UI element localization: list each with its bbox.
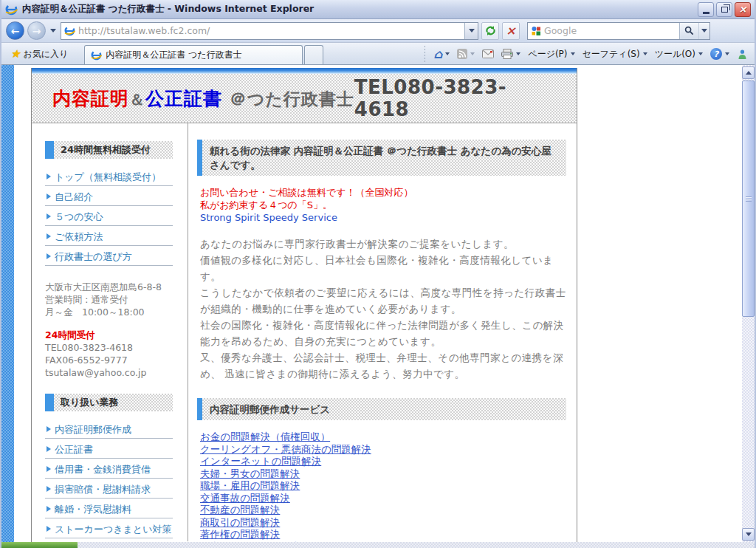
service-link-commerce[interactable]: 商取引の問題解決: [200, 516, 280, 529]
sidebar-link-how-to-request[interactable]: ご依頼方法: [45, 226, 173, 246]
scroll-up-button[interactable]: [742, 66, 755, 79]
tab-bar: お気に入り 内容証明＆公正証書 つた行政書士 ページ(P) セー: [1, 43, 755, 65]
forward-button[interactable]: →: [27, 21, 46, 40]
print-icon: [501, 49, 513, 59]
page-menu-label: ページ(P): [528, 48, 567, 61]
read-mail-button[interactable]: [478, 45, 498, 63]
service-link-internet[interactable]: インターネットの問題解決: [200, 455, 321, 467]
sidebar-link-divorce[interactable]: 離婚・浮気慰謝料: [45, 499, 173, 518]
service-link-cooling-off[interactable]: クーリングオフ・悪徳商法の問題解決: [200, 443, 371, 456]
search-magnifier-icon: [684, 26, 694, 35]
slogan-line: Strong Spirit Speedy Service: [200, 211, 566, 224]
paragraph: 社会の国際化・複雑化・高度情報化に伴った法律問題が多く発生し、この解決能力を昂め…: [200, 317, 566, 349]
sidebar-link-profile[interactable]: 自己紹介: [45, 186, 173, 206]
scrollbar-grip-icon: [746, 196, 752, 202]
service-link-list: お金の問題解決（債権回収） クーリングオフ・悪徳商法の問題解決 インターネットの…: [200, 431, 566, 542]
paragraph: あなたのお悩みに専門家行政書士が解決案のご提案をいたします。: [200, 236, 566, 252]
back-button[interactable]: ←: [6, 21, 24, 40]
refresh-button[interactable]: [481, 22, 499, 40]
address-dropdown-button[interactable]: [464, 23, 478, 39]
url-input[interactable]: [78, 25, 464, 36]
contact-info: 大阪市大正区南恩加島6-8-8 営業時間：通常受付 月～金 10:00～18:0…: [45, 281, 176, 379]
search-input[interactable]: [544, 25, 679, 36]
page-top-bar: [32, 68, 577, 74]
page-header: 内容証明＆公正証書 ＠つた行政書士 TEL080-3823-4618: [32, 74, 577, 123]
sidebar-link-top[interactable]: トップ（無料相談受付）: [45, 166, 173, 186]
favorites-label: お気に入り: [23, 48, 68, 61]
site-title-gray: ＠つた行政書士: [230, 89, 354, 109]
minimize-button[interactable]: [698, 2, 714, 17]
sidebar-link-koseishosho[interactable]: 公正証書: [45, 439, 173, 459]
free-consultation-line: お問い合わせ・ご相談は無料です！（全国対応）: [200, 186, 566, 199]
feed-icon: [457, 49, 467, 59]
search-box[interactable]: [527, 22, 710, 40]
stop-button[interactable]: ×: [502, 22, 520, 40]
window-title: 内容証明＆公正証書 つた行政書士 - Windows Internet Expl…: [22, 3, 695, 16]
close-button[interactable]: ×: [735, 2, 751, 17]
arrow-right-icon: [47, 174, 51, 179]
contact-email: tsutalaw@yahoo.co.jp: [45, 366, 176, 379]
sidebar-link-loan-documents[interactable]: 借用書・金銭消費貸借: [45, 459, 173, 479]
site-title-red: 内容証明: [52, 88, 129, 109]
start-button-edge[interactable]: [1, 542, 78, 548]
print-button[interactable]: [498, 45, 524, 63]
stop-icon: ×: [506, 25, 515, 37]
sidebar: 24時間無料相談受付 トップ（無料相談受付） 自己紹介 ５つの安心 ご依頼方法 …: [32, 123, 188, 541]
service-link-couples[interactable]: 夫婦・男女の問題解決: [200, 467, 300, 480]
new-tab-button[interactable]: [304, 45, 323, 64]
navigation-bar: ← → ×: [1, 19, 755, 43]
sidebar-link-damages-claims[interactable]: 損害賠償・慰謝料請求: [45, 479, 173, 499]
help-icon: [710, 48, 722, 60]
arrow-right-icon: [47, 193, 51, 199]
sidebar-link-choosing-gyoseishoshi[interactable]: 行政書士の選び方: [45, 246, 173, 266]
web-page: 内容証明＆公正証書 ＠つた行政書士 TEL080-3823-4618 24時間無…: [31, 68, 577, 542]
paragraph: 又、優秀な弁護士、公認会計士、税理士、弁理士、その他専門家との連携を深め、 迅速…: [200, 349, 566, 382]
contact-fax: FAX06-6552-9777: [45, 354, 176, 366]
home-button[interactable]: [430, 45, 453, 63]
mail-icon: [482, 49, 494, 58]
page-left-decoration: [1, 65, 14, 542]
tools-menu-button[interactable]: ツール(O): [651, 45, 707, 63]
toolbar-separator: [425, 46, 425, 62]
favorites-button[interactable]: お気に入り: [4, 45, 74, 63]
messenger-button[interactable]: [733, 45, 752, 63]
safety-menu-button[interactable]: セーフティ(S): [579, 45, 651, 63]
search-options-dropdown-icon[interactable]: [698, 23, 709, 39]
arrow-right-icon: [47, 506, 51, 512]
arrow-right-icon: [47, 526, 51, 532]
sidebar-link-stalker[interactable]: ストーカーつきまとい対策: [45, 518, 173, 538]
help-button[interactable]: [707, 45, 733, 63]
contact-24h-label: 24時間受付: [45, 329, 176, 341]
arrow-down-icon: [746, 532, 752, 536]
taskbar-edge: [1, 542, 755, 548]
recent-pages-dropdown-icon[interactable]: [50, 29, 56, 32]
site-title: 内容証明＆公正証書 ＠つた行政書士: [52, 86, 354, 111]
site-phone: TEL080-3823-4618: [354, 76, 560, 120]
tab-active[interactable]: 内容証明＆公正証書 つた行政書士: [84, 45, 303, 64]
tab-title: 内容証明＆公正証書 つた行政書士: [106, 49, 241, 61]
tab-favicon-icon: [91, 49, 102, 61]
restore-button[interactable]: [716, 2, 732, 17]
arrow-right-icon: [47, 466, 51, 472]
service-link-traffic-accident[interactable]: 交通事故の問題解決: [200, 492, 290, 504]
address-bar[interactable]: [61, 22, 478, 40]
favorites-star-icon: [10, 49, 20, 60]
arrow-up-icon: [746, 71, 752, 75]
service-link-real-estate[interactable]: 不動産の問題解決: [200, 504, 280, 516]
sidebar-link-naiyoshomei[interactable]: 内容証明郵便作成: [45, 419, 173, 439]
sidebar-link-five-assurances[interactable]: ５つの安心: [45, 206, 173, 226]
service-link-copyright[interactable]: 著作権の問題解決: [200, 528, 280, 541]
search-button[interactable]: [679, 23, 698, 39]
scrollbar-thumb[interactable]: [742, 81, 755, 317]
home-icon: [433, 48, 442, 61]
vertical-scrollbar[interactable]: [742, 65, 755, 542]
tools-menu-label: ツール(O): [655, 48, 695, 61]
service-link-money[interactable]: お金の問題解決（債権回収）: [200, 431, 330, 443]
contact-address: 大阪市大正区南恩加島6-8-8: [45, 281, 176, 293]
google-icon: [531, 26, 541, 36]
page-menu-button[interactable]: ページ(P): [524, 45, 578, 63]
feeds-button[interactable]: [453, 45, 478, 63]
scroll-down-button[interactable]: [742, 528, 755, 541]
site-title-amp: ＆: [129, 91, 145, 109]
service-link-workplace[interactable]: 職場・雇用の問題解決: [200, 479, 300, 492]
